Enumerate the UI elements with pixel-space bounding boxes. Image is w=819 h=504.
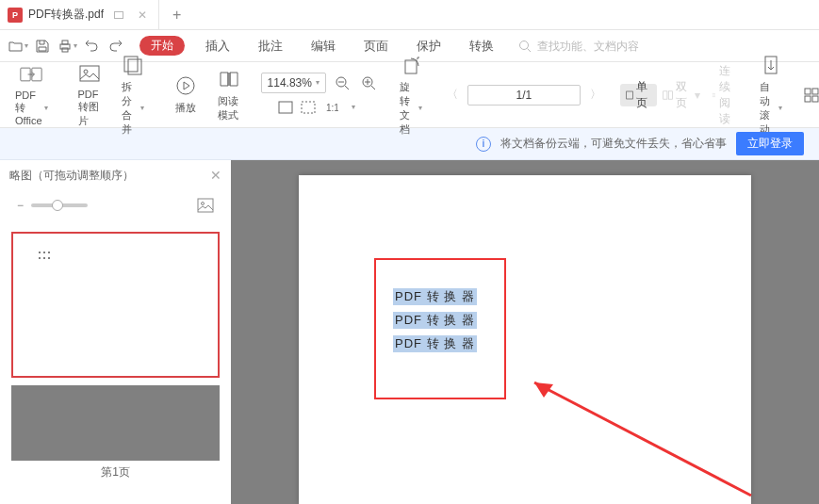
svg-point-36 — [202, 203, 205, 205]
svg-line-5 — [528, 48, 532, 52]
fit-page-icon[interactable] — [298, 97, 319, 118]
svg-rect-24 — [627, 91, 633, 99]
rotate-document-button[interactable]: 旋转文档▾ — [390, 50, 432, 140]
pdf-page[interactable]: PDF 转 换 器 PDF 转 换 器 PDF 转 换 器 — [299, 175, 751, 504]
annotation-highlight-box — [374, 258, 506, 399]
svg-rect-21 — [302, 102, 315, 113]
page-indicator[interactable]: 1/1 — [467, 85, 581, 106]
play-button[interactable]: 播放 — [165, 71, 206, 119]
play-icon — [174, 74, 197, 97]
document-canvas[interactable]: PDF 转 换 器 PDF 转 换 器 PDF 转 换 器 — [231, 160, 819, 504]
svg-rect-20 — [279, 102, 292, 113]
open-folder-icon[interactable]: ▾ — [8, 36, 28, 57]
search-input[interactable] — [537, 40, 660, 53]
svg-rect-32 — [812, 89, 818, 94]
redo-icon[interactable] — [106, 36, 126, 57]
zoom-out-icon[interactable] — [332, 73, 352, 93]
svg-text:1:1: 1:1 — [326, 103, 338, 113]
svg-rect-31 — [805, 89, 811, 94]
banner-message: 将文档备份云端，可避免文件丢失，省心省事 — [500, 136, 727, 152]
rotate-icon — [400, 54, 422, 76]
svg-rect-26 — [668, 90, 672, 98]
book-icon — [218, 68, 240, 90]
svg-marker-44 — [534, 382, 553, 398]
thumbnail-zoom-slider[interactable] — [31, 203, 88, 207]
auto-scroll-button[interactable]: 自动滚动▾ — [754, 50, 788, 140]
prev-page-button[interactable]: 〈 — [443, 86, 462, 105]
svg-rect-25 — [663, 90, 667, 98]
undo-icon[interactable] — [81, 36, 102, 57]
print-icon[interactable]: ▾ — [57, 36, 77, 57]
svg-point-38 — [43, 252, 45, 253]
save-icon[interactable] — [32, 36, 53, 57]
svg-line-43 — [534, 382, 751, 496]
annotation-arrow-icon — [516, 373, 761, 504]
reading-mode-button[interactable]: 阅读模式 — [208, 64, 250, 126]
svg-rect-8 — [80, 66, 99, 81]
view-double-page[interactable]: 双页▾ — [657, 84, 706, 106]
view-continuous[interactable]: 连续阅读 — [706, 84, 743, 106]
svg-rect-11 — [128, 59, 141, 74]
svg-line-19 — [371, 86, 375, 89]
fit-width-icon[interactable] — [275, 97, 296, 118]
file-tab[interactable]: P PDF转换器.pdf ✕ — [0, 0, 159, 30]
svg-point-9 — [84, 70, 88, 73]
svg-rect-34 — [812, 96, 818, 102]
selected-text-line[interactable]: PDF 转 换 器 — [393, 312, 477, 329]
pdf-to-image-icon — [78, 62, 101, 85]
split-merge-button[interactable]: 拆分合并▾ — [112, 50, 154, 140]
svg-rect-2 — [62, 41, 68, 44]
tab-edit[interactable]: 编辑 — [303, 34, 343, 58]
svg-point-39 — [48, 252, 50, 253]
pdf-file-icon: P — [8, 8, 23, 23]
svg-point-42 — [48, 257, 50, 259]
pdf-to-office-button[interactable]: PDF转Office▾ — [6, 59, 57, 130]
auto-scroll-icon — [760, 54, 782, 76]
svg-point-37 — [39, 252, 41, 253]
tab-close-icon[interactable]: ✕ — [134, 8, 151, 22]
svg-point-4 — [520, 41, 529, 49]
svg-rect-10 — [124, 57, 138, 72]
thumbnail-panel-title: 略图（可拖动调整顺序） — [9, 168, 134, 184]
svg-rect-35 — [198, 199, 213, 212]
page-thumbnail[interactable] — [11, 232, 220, 378]
view-single-page[interactable]: 单页 — [620, 84, 657, 106]
zoom-more-icon[interactable]: ▾ — [343, 97, 364, 118]
thumbnail-content-icon — [38, 251, 51, 260]
tab-insert[interactable]: 插入 — [198, 34, 238, 58]
svg-point-41 — [43, 257, 45, 259]
svg-point-12 — [177, 77, 194, 94]
svg-rect-0 — [115, 11, 123, 18]
tab-window-icon[interactable] — [109, 9, 128, 21]
zoom-in-icon[interactable] — [358, 73, 379, 93]
next-page-button[interactable]: 〉 — [586, 86, 605, 105]
tab-annotate[interactable]: 批注 — [251, 34, 290, 58]
selected-text-line[interactable]: PDF 转 换 器 — [393, 288, 477, 305]
tab-convert[interactable]: 转换 — [462, 34, 501, 58]
svg-rect-33 — [805, 96, 811, 102]
actual-size-icon[interactable]: 1:1 — [320, 97, 341, 118]
extra-tool-icon[interactable] — [803, 85, 819, 106]
search-icon — [518, 40, 532, 53]
thumbnail-page-label: 第1页 — [0, 464, 231, 480]
tab-title: PDF转换器.pdf — [28, 7, 104, 23]
thumbnail-empty-area — [11, 385, 220, 461]
new-tab-button[interactable]: + — [159, 7, 194, 24]
selected-text-line[interactable]: PDF 转 换 器 — [393, 335, 477, 352]
zoom-level-dropdown[interactable]: 114.83%▾ — [261, 73, 326, 93]
split-merge-icon — [122, 54, 144, 76]
pdf-to-image-button[interactable]: PDF转图片 — [69, 58, 110, 132]
thumbnail-panel: 略图（可拖动调整顺序） ✕ − 第1页 — [0, 160, 231, 504]
thumbnail-close-icon[interactable]: ✕ — [210, 168, 221, 183]
info-icon: i — [476, 137, 491, 152]
svg-point-40 — [39, 257, 41, 259]
thumbnail-view-icon[interactable] — [197, 198, 214, 213]
login-button[interactable]: 立即登录 — [736, 132, 804, 155]
zoom-out-small-icon[interactable]: − — [17, 199, 24, 212]
svg-line-15 — [345, 86, 349, 89]
pdf-to-office-icon — [20, 63, 42, 86]
svg-rect-23 — [405, 60, 417, 73]
